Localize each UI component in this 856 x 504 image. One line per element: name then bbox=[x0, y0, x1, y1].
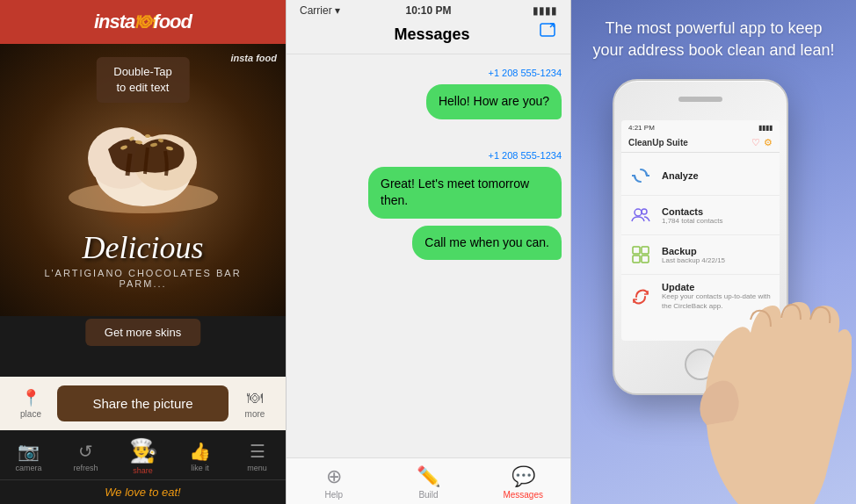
tab-share[interactable]: 👨‍🍳 share bbox=[121, 437, 165, 475]
refresh-icon: ↺ bbox=[78, 441, 93, 462]
svg-point-13 bbox=[635, 209, 642, 216]
contacts-sublabel: 1,784 total contacts bbox=[662, 217, 773, 225]
tab-like[interactable]: 👍 like it bbox=[178, 441, 222, 472]
update-icon bbox=[628, 284, 653, 309]
message-group-1: +1 208 555-1234 Hello! How are you? bbox=[295, 68, 562, 119]
messages-body: +1 208 555-1234 Hello! How are you? +1 2… bbox=[287, 54, 570, 457]
tab-help-label: Help bbox=[325, 490, 344, 500]
get-more-skins-button[interactable]: Get more skins bbox=[85, 319, 200, 346]
messages-title: Messages bbox=[394, 25, 469, 44]
contacts-text: Contacts 1,784 total contacts bbox=[662, 206, 773, 225]
phone-battery: ▮▮▮▮ bbox=[758, 124, 773, 132]
messages-status-bar: Carrier ▾ 10:10 PM ▮▮▮▮ bbox=[287, 0, 570, 18]
instafood-action-bar: 📍 place Share the picture 🍽 more bbox=[0, 377, 286, 430]
tab-like-label: like it bbox=[191, 464, 209, 472]
cleanup-tagline: The most powerful app to keep your addre… bbox=[592, 18, 834, 61]
tab-camera-label: camera bbox=[15, 464, 41, 472]
phone-speaker bbox=[678, 97, 722, 102]
message-bubble-1: Hello! How are you? bbox=[426, 84, 562, 119]
share-icon: 👨‍🍳 bbox=[129, 437, 157, 464]
like-icon: 👍 bbox=[189, 441, 211, 462]
place-button[interactable]: 📍 place bbox=[13, 388, 48, 419]
carrier-text: Carrier ▾ bbox=[300, 4, 340, 17]
place-label: place bbox=[20, 409, 41, 419]
phone-status-bar: 4:21 PM ▮▮▮▮ bbox=[621, 120, 780, 133]
gear-icon: ⚙ bbox=[764, 137, 773, 148]
message-sender-2: +1 208 555-1234 bbox=[489, 150, 562, 161]
tab-refresh[interactable]: ↺ refresh bbox=[64, 441, 108, 472]
svg-rect-15 bbox=[633, 247, 640, 254]
instafood-panel: insta🍽food bbox=[0, 0, 286, 504]
svg-rect-17 bbox=[633, 256, 640, 263]
instafood-footer: We love to eat! bbox=[0, 479, 286, 504]
share-picture-button[interactable]: Share the picture bbox=[57, 385, 229, 421]
hand-holding-phone bbox=[693, 232, 852, 504]
cleanup-panel: The most powerful app to keep your addre… bbox=[571, 0, 856, 504]
menu-icon: ☰ bbox=[250, 441, 265, 462]
messages-nav-bar: Messages bbox=[287, 18, 570, 54]
heart-icon: ♡ bbox=[751, 137, 760, 148]
analyze-text: Analyze bbox=[662, 170, 773, 181]
phone-time: 4:21 PM bbox=[628, 124, 655, 132]
analyze-icon bbox=[628, 163, 653, 188]
food-subtitle: L'ARTIGIANO CHOCOLATES BAR PARM... bbox=[0, 268, 286, 289]
menu-item-contacts[interactable]: Contacts 1,784 total contacts bbox=[621, 196, 780, 235]
place-icon: 📍 bbox=[21, 388, 40, 407]
instafood-bottom-area: 📍 place Share the picture 🍽 more 📷 camer… bbox=[0, 377, 286, 504]
camera-icon: 📷 bbox=[18, 441, 40, 462]
phone-app-title: CleanUp Suite bbox=[628, 138, 751, 148]
tab-menu-label: menu bbox=[247, 464, 267, 472]
instafood-header: insta🍽food bbox=[0, 0, 286, 44]
message-group-2: +1 208 555-1234 Great! Let's meet tomorr… bbox=[295, 150, 562, 261]
svg-rect-16 bbox=[642, 247, 649, 254]
instafood-content: insta food Double-Tap to edit text Delic… bbox=[0, 44, 286, 377]
svg-rect-18 bbox=[642, 256, 649, 263]
instafood-watermark: insta food bbox=[230, 53, 277, 63]
instafood-tab-bar: 📷 camera ↺ refresh 👨‍🍳 share 👍 like it ☰… bbox=[0, 430, 286, 479]
message-bubble-2b: Call me when you can. bbox=[412, 226, 562, 261]
tab-messages-label: Messages bbox=[503, 490, 543, 500]
instafood-logo: insta🍽food bbox=[94, 11, 192, 33]
contacts-label: Contacts bbox=[662, 206, 773, 217]
compose-button[interactable] bbox=[538, 23, 557, 47]
tab-build-label: Build bbox=[418, 490, 438, 500]
tab-share-label: share bbox=[133, 466, 153, 475]
tab-messages[interactable]: 💬 Messages bbox=[475, 465, 570, 500]
menu-item-analyze[interactable]: Analyze bbox=[621, 156, 780, 196]
hand-svg bbox=[693, 232, 852, 504]
food-name: Delicious bbox=[0, 229, 286, 266]
backup-icon bbox=[628, 242, 653, 267]
tab-refresh-label: refresh bbox=[73, 464, 98, 472]
messages-tab-icon: 💬 bbox=[511, 465, 535, 488]
phone-nav-bar: CleanUp Suite ♡ ⚙ bbox=[621, 133, 780, 153]
svg-point-14 bbox=[642, 209, 647, 214]
tab-camera[interactable]: 📷 camera bbox=[7, 441, 51, 472]
help-icon: ⊕ bbox=[326, 465, 342, 488]
messages-panel: Carrier ▾ 10:10 PM ▮▮▮▮ Messages +1 208 … bbox=[286, 0, 571, 504]
more-icon: 🍽 bbox=[247, 389, 263, 407]
contacts-icon bbox=[628, 203, 653, 227]
tab-help[interactable]: ⊕ Help bbox=[287, 465, 381, 500]
phone-area: 4:21 PM ▮▮▮▮ CleanUp Suite ♡ ⚙ bbox=[584, 79, 843, 486]
messages-tab-bar: ⊕ Help ✏️ Build 💬 Messages bbox=[287, 457, 570, 504]
more-label: more bbox=[245, 409, 265, 419]
battery-icon: ▮▮▮▮ bbox=[533, 4, 557, 17]
message-bubble-2a: Great! Let's meet tomorrow then. bbox=[368, 167, 562, 219]
message-sender-1: +1 208 555-1234 bbox=[489, 68, 562, 78]
tab-menu[interactable]: ☰ menu bbox=[236, 441, 279, 472]
build-icon: ✏️ bbox=[417, 465, 440, 488]
analyze-label: Analyze bbox=[662, 170, 773, 181]
edit-text-button[interactable]: Double-Tap to edit text bbox=[96, 57, 190, 103]
compose-icon bbox=[538, 23, 557, 42]
tab-build[interactable]: ✏️ Build bbox=[381, 465, 476, 500]
food-name-overlay: Delicious L'ARTIGIANO CHOCOLATES BAR PAR… bbox=[0, 229, 286, 289]
more-button[interactable]: 🍽 more bbox=[237, 389, 272, 419]
status-time: 10:10 PM bbox=[405, 4, 451, 17]
